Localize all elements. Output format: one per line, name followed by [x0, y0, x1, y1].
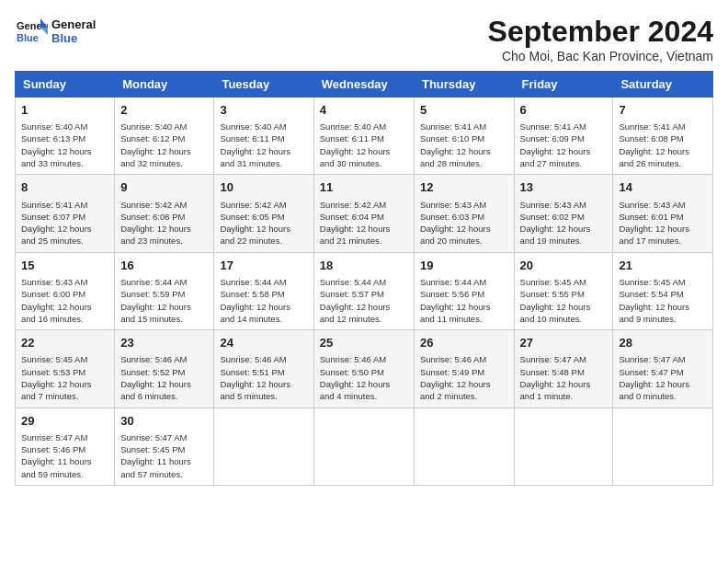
day-cell: 10Sunrise: 5:42 AMSunset: 6:05 PMDayligh… — [214, 175, 313, 252]
day-cell: 26Sunrise: 5:46 AMSunset: 5:49 PMDayligh… — [414, 330, 514, 408]
day-info: Sunrise: 5:40 AMSunset: 6:11 PMDaylight:… — [220, 121, 307, 169]
day-info: Sunrise: 5:45 AMSunset: 5:55 PMDaylight:… — [520, 276, 608, 325]
day-info: Sunrise: 5:42 AMSunset: 6:05 PMDaylight:… — [220, 199, 307, 247]
day-cell: 6Sunrise: 5:41 AMSunset: 6:09 PMDaylight… — [514, 98, 613, 175]
header-cell-monday: Monday — [115, 72, 214, 98]
day-number: 14 — [619, 179, 707, 196]
day-number: 6 — [520, 102, 608, 119]
svg-text:Blue: Blue — [17, 32, 39, 43]
day-cell — [514, 408, 613, 485]
day-info: Sunrise: 5:46 AMSunset: 5:50 PMDaylight:… — [320, 353, 408, 402]
header-row: SundayMondayTuesdayWednesdayThursdayFrid… — [16, 72, 713, 98]
day-number: 2 — [120, 102, 208, 119]
day-number: 13 — [520, 179, 608, 196]
calendar-table: SundayMondayTuesdayWednesdayThursdayFrid… — [15, 71, 713, 486]
day-cell: 29Sunrise: 5:47 AMSunset: 5:46 PMDayligh… — [16, 408, 115, 485]
day-info: Sunrise: 5:45 AMSunset: 5:53 PMDaylight:… — [21, 353, 108, 402]
day-info: Sunrise: 5:47 AMSunset: 5:47 PMDaylight:… — [619, 353, 707, 402]
logo-text-blue: Blue — [51, 31, 96, 45]
day-info: Sunrise: 5:46 AMSunset: 5:49 PMDaylight:… — [420, 353, 508, 402]
week-row-2: 8Sunrise: 5:41 AMSunset: 6:07 PMDaylight… — [16, 175, 713, 252]
day-info: Sunrise: 5:40 AMSunset: 6:12 PMDaylight:… — [120, 121, 208, 169]
day-cell: 12Sunrise: 5:43 AMSunset: 6:03 PMDayligh… — [414, 175, 514, 252]
day-cell: 5Sunrise: 5:41 AMSunset: 6:10 PMDaylight… — [414, 98, 514, 175]
day-number: 15 — [21, 258, 108, 274]
day-number: 12 — [420, 179, 508, 196]
header-cell-sunday: Sunday — [16, 72, 115, 98]
day-number: 25 — [320, 335, 408, 351]
title-area: September 2024 Cho Moi, Bac Kan Province… — [488, 15, 713, 63]
day-info: Sunrise: 5:47 AMSunset: 5:46 PMDaylight:… — [21, 431, 108, 480]
day-cell — [414, 408, 514, 485]
day-cell: 11Sunrise: 5:42 AMSunset: 6:04 PMDayligh… — [313, 175, 414, 252]
day-info: Sunrise: 5:47 AMSunset: 5:48 PMDaylight:… — [520, 353, 608, 402]
day-number: 5 — [420, 102, 508, 119]
day-number: 7 — [619, 102, 707, 119]
day-cell: 28Sunrise: 5:47 AMSunset: 5:47 PMDayligh… — [613, 330, 713, 408]
header-cell-friday: Friday — [514, 72, 613, 98]
day-info: Sunrise: 5:45 AMSunset: 5:54 PMDaylight:… — [619, 276, 707, 325]
day-number: 1 — [21, 102, 108, 119]
location: Cho Moi, Bac Kan Province, Vietnam — [488, 49, 713, 63]
day-number: 8 — [21, 179, 108, 196]
day-cell: 9Sunrise: 5:42 AMSunset: 6:06 PMDaylight… — [115, 175, 214, 252]
day-number: 22 — [21, 335, 108, 351]
header: General Blue General Blue September 2024… — [15, 15, 713, 63]
day-number: 28 — [619, 335, 707, 351]
day-cell: 25Sunrise: 5:46 AMSunset: 5:50 PMDayligh… — [313, 330, 414, 408]
day-cell: 4Sunrise: 5:40 AMSunset: 6:11 PMDaylight… — [313, 98, 414, 175]
day-info: Sunrise: 5:43 AMSunset: 6:03 PMDaylight:… — [420, 199, 508, 247]
day-cell: 13Sunrise: 5:43 AMSunset: 6:02 PMDayligh… — [514, 175, 613, 252]
day-number: 17 — [220, 258, 307, 274]
day-number: 24 — [220, 335, 307, 351]
day-cell: 18Sunrise: 5:44 AMSunset: 5:57 PMDayligh… — [313, 252, 414, 329]
header-cell-saturday: Saturday — [613, 72, 713, 98]
day-info: Sunrise: 5:44 AMSunset: 5:58 PMDaylight:… — [220, 276, 307, 325]
day-info: Sunrise: 5:40 AMSunset: 6:13 PMDaylight:… — [21, 121, 108, 169]
day-cell — [214, 408, 313, 485]
day-number: 18 — [320, 258, 408, 274]
day-number: 16 — [120, 258, 208, 274]
day-number: 11 — [320, 179, 408, 196]
day-cell: 19Sunrise: 5:44 AMSunset: 5:56 PMDayligh… — [414, 252, 514, 329]
day-number: 10 — [220, 179, 307, 196]
day-info: Sunrise: 5:41 AMSunset: 6:07 PMDaylight:… — [21, 199, 108, 247]
day-cell: 3Sunrise: 5:40 AMSunset: 6:11 PMDaylight… — [214, 98, 313, 175]
day-info: Sunrise: 5:41 AMSunset: 6:10 PMDaylight:… — [420, 121, 508, 169]
day-info: Sunrise: 5:44 AMSunset: 5:59 PMDaylight:… — [120, 276, 208, 325]
day-number: 29 — [21, 413, 108, 430]
logo-icon: General Blue — [15, 15, 48, 48]
day-cell — [613, 408, 713, 485]
week-row-5: 29Sunrise: 5:47 AMSunset: 5:46 PMDayligh… — [16, 408, 713, 485]
day-info: Sunrise: 5:43 AMSunset: 6:00 PMDaylight:… — [21, 276, 108, 325]
day-info: Sunrise: 5:46 AMSunset: 5:52 PMDaylight:… — [120, 353, 208, 402]
week-row-4: 22Sunrise: 5:45 AMSunset: 5:53 PMDayligh… — [16, 330, 713, 408]
day-number: 19 — [420, 258, 508, 274]
day-number: 9 — [120, 179, 208, 196]
day-info: Sunrise: 5:42 AMSunset: 6:04 PMDaylight:… — [320, 199, 408, 247]
week-row-3: 15Sunrise: 5:43 AMSunset: 6:00 PMDayligh… — [16, 252, 713, 329]
day-cell: 27Sunrise: 5:47 AMSunset: 5:48 PMDayligh… — [514, 330, 613, 408]
day-cell — [313, 408, 414, 485]
day-info: Sunrise: 5:43 AMSunset: 6:01 PMDaylight:… — [619, 199, 707, 247]
day-cell: 22Sunrise: 5:45 AMSunset: 5:53 PMDayligh… — [16, 330, 115, 408]
day-info: Sunrise: 5:41 AMSunset: 6:08 PMDaylight:… — [619, 121, 707, 169]
day-cell: 1Sunrise: 5:40 AMSunset: 6:13 PMDaylight… — [16, 98, 115, 175]
header-cell-thursday: Thursday — [414, 72, 514, 98]
day-cell: 17Sunrise: 5:44 AMSunset: 5:58 PMDayligh… — [214, 252, 313, 329]
day-info: Sunrise: 5:44 AMSunset: 5:56 PMDaylight:… — [420, 276, 508, 325]
day-cell: 24Sunrise: 5:46 AMSunset: 5:51 PMDayligh… — [214, 330, 313, 408]
day-info: Sunrise: 5:44 AMSunset: 5:57 PMDaylight:… — [320, 276, 408, 325]
day-cell: 2Sunrise: 5:40 AMSunset: 6:12 PMDaylight… — [115, 98, 214, 175]
day-info: Sunrise: 5:46 AMSunset: 5:51 PMDaylight:… — [220, 353, 307, 402]
day-info: Sunrise: 5:47 AMSunset: 5:45 PMDaylight:… — [120, 431, 208, 480]
day-number: 4 — [320, 102, 408, 119]
day-cell: 21Sunrise: 5:45 AMSunset: 5:54 PMDayligh… — [613, 252, 713, 329]
month-title: September 2024 — [488, 15, 713, 49]
day-number: 21 — [619, 258, 707, 274]
week-row-1: 1Sunrise: 5:40 AMSunset: 6:13 PMDaylight… — [16, 98, 713, 175]
day-number: 3 — [220, 102, 307, 119]
day-number: 23 — [120, 335, 208, 351]
day-cell: 16Sunrise: 5:44 AMSunset: 5:59 PMDayligh… — [115, 252, 214, 329]
day-cell: 15Sunrise: 5:43 AMSunset: 6:00 PMDayligh… — [16, 252, 115, 329]
